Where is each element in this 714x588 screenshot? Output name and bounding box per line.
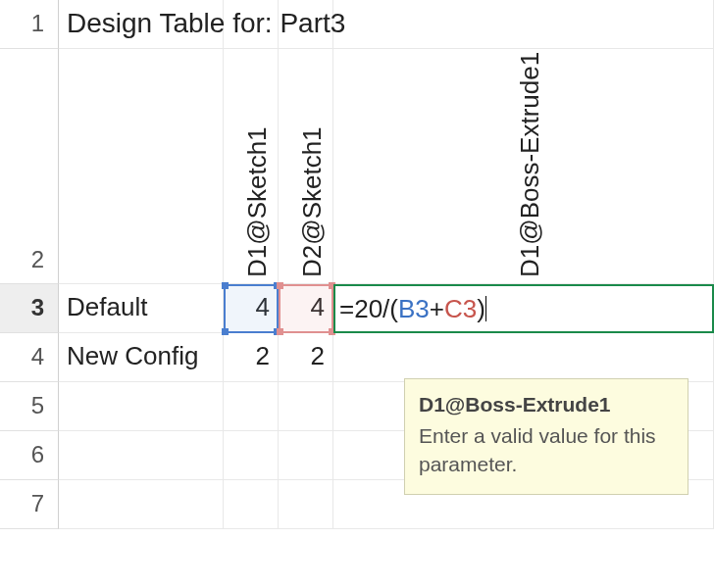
- design-table-title: Design Table for: Part3: [67, 8, 345, 39]
- parameter-tooltip: D1@Boss-Extrude1 Enter a valid value for…: [404, 378, 688, 495]
- row-header-7[interactable]: 7: [0, 480, 59, 529]
- formula-ref-C3: C3: [444, 294, 477, 323]
- cell-D2-header[interactable]: D1@Boss-Extrude1: [333, 49, 714, 284]
- row-header-2[interactable]: 2: [0, 49, 59, 284]
- cell-B5[interactable]: [224, 382, 279, 431]
- column-header-b: D1@Sketch1: [242, 126, 273, 277]
- formula-plus: +: [430, 294, 444, 323]
- cell-D1[interactable]: [333, 0, 714, 49]
- row-header-4[interactable]: 4: [0, 333, 59, 382]
- cell-B6[interactable]: [224, 431, 279, 480]
- row-header-1[interactable]: 1: [0, 0, 59, 49]
- tooltip-title: D1@Boss-Extrude1: [419, 391, 674, 418]
- cell-B2-header[interactable]: D1@Sketch1: [224, 49, 279, 284]
- cell-B7[interactable]: [224, 480, 279, 529]
- row-header-3[interactable]: 3: [0, 284, 59, 333]
- formula-suffix: ): [477, 294, 485, 323]
- cell-A3[interactable]: Default: [59, 284, 224, 333]
- cell-A4[interactable]: New Config: [59, 333, 224, 382]
- cell-C5[interactable]: [279, 382, 333, 431]
- column-header-d: D1@Boss-Extrude1: [515, 52, 545, 277]
- cell-D4[interactable]: [333, 333, 714, 382]
- cell-A1[interactable]: Design Table for: Part3: [59, 0, 224, 49]
- cell-D3-editing[interactable]: =20/(B3+C3): [333, 284, 714, 333]
- column-header-c: D2@Sketch1: [297, 126, 328, 277]
- text-caret-icon: [485, 296, 486, 321]
- row-header-6[interactable]: 6: [0, 431, 59, 480]
- cell-B4[interactable]: 2: [224, 333, 279, 382]
- cell-A6[interactable]: [59, 431, 224, 480]
- cell-B3[interactable]: 4: [224, 284, 279, 333]
- cell-A7[interactable]: [59, 480, 224, 529]
- cell-C4[interactable]: 2: [279, 333, 333, 382]
- tooltip-body: Enter a valid value for this parameter.: [419, 422, 674, 478]
- cell-C3[interactable]: 4: [279, 284, 333, 333]
- cell-C7[interactable]: [279, 480, 333, 529]
- formula-prefix: =20/(: [339, 294, 398, 323]
- formula-editor[interactable]: =20/(B3+C3): [339, 294, 486, 324]
- row-header-5[interactable]: 5: [0, 382, 59, 431]
- cell-C2-header[interactable]: D2@Sketch1: [279, 49, 333, 284]
- cell-A2[interactable]: [59, 49, 224, 284]
- cell-C6[interactable]: [279, 431, 333, 480]
- cell-A5[interactable]: [59, 382, 224, 431]
- formula-ref-B3: B3: [398, 294, 430, 323]
